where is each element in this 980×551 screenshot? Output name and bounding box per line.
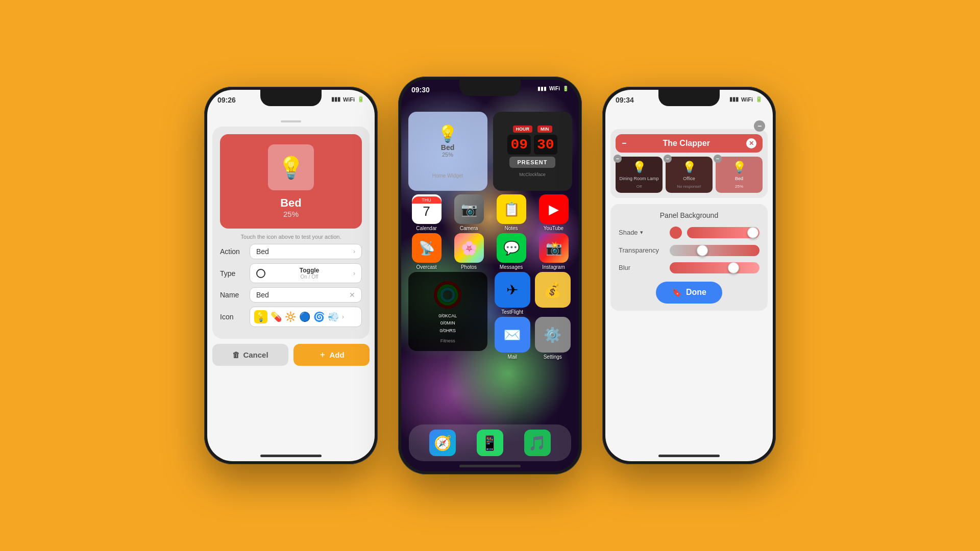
overcast-icon: 📡 [412,233,442,263]
app-youtube[interactable]: ▶ YouTube [534,194,573,231]
calendar-icon: THU 7 [412,194,442,224]
app-notes[interactable]: 📋 Notes [492,194,530,231]
clapper-minus-left-icon[interactable]: − [622,139,626,148]
action-buttons: 🗑 Cancel ＋ Add [212,344,370,366]
home-indicator-2[interactable] [459,465,521,467]
fitness-widget[interactable]: 0/0KCAL 0/0MIN 0/0HRS Fitness [408,272,487,351]
clapper-lights: − 💡 Dining Room Lamp Off − 💡 Office No r… [616,157,763,193]
name-label: Name [220,291,246,299]
status-icons-3: ▮▮▮ WiFi 🔋 [729,96,763,103]
action-row: Action Bed › [220,244,362,259]
light-office[interactable]: − 💡 Office No response! [666,157,713,193]
type-value: Toggle [270,267,349,274]
transparency-slider-thumb[interactable] [697,245,708,256]
time-1: 09:26 [217,96,236,104]
transparency-slider[interactable] [670,245,760,256]
icon-picker[interactable]: 💡 💊 🔆 🔵 🌀 💨 › [250,307,362,327]
clapper-title: The Clapper [626,139,746,148]
kcal-val: 0/0KCAL [438,313,457,318]
present-button[interactable]: PRESENT [509,157,556,168]
name-clear-icon[interactable]: ✕ [349,291,355,299]
app-testflight[interactable]: ✈ TestFlight [493,272,531,315]
home-indicator-3[interactable] [658,455,720,457]
app-photos[interactable]: 🌸 Photos [450,233,488,270]
status-icons-1: ▮▮▮ WiFi 🔋 [331,96,364,103]
app-mail[interactable]: ✉️ Mail [493,317,531,360]
home-indicator-1[interactable] [260,455,322,457]
type-input[interactable]: Toggle On / Off › [250,263,362,283]
bulb-preview-container: 💡 [268,144,314,190]
testflight-label: TestFlight [501,309,523,315]
icon-wind[interactable]: 💨 [328,311,339,322]
app-instagram[interactable]: 📸 Instagram [534,233,573,270]
app-settings[interactable]: ⚙️ Settings [533,317,572,360]
activity-ring [432,280,463,310]
instagram-label: Instagram [542,264,565,270]
mcclockface-widget[interactable]: HOUR MIN 09 30 PRESENT McClockface [493,112,572,191]
photos-label: Photos [461,264,477,270]
icon-bulb-outline[interactable]: 🔆 [285,311,296,322]
time-2: 09:30 [411,86,430,94]
light-bed[interactable]: − 💡 Bed 25% [716,157,763,193]
action-preview[interactable]: 💡 Bed 25% [220,134,362,229]
settings-icon: ⚙️ [535,317,571,353]
youtube-label: YouTube [544,226,564,231]
calendar-label: Calendar [416,226,437,231]
clock-digits: 09 30 [507,135,557,155]
bed-minus-icon[interactable]: − [714,155,722,163]
dock-whatsapp[interactable]: 📱 [477,430,503,456]
bed-status: 25% [735,184,743,189]
bed-name: Bed [735,176,743,182]
shade-slider-thumb[interactable] [747,227,758,238]
transparency-row: Transparency [619,245,760,256]
icon-fan[interactable]: 🌀 [313,311,325,322]
blur-slider-thumb[interactable] [728,262,739,273]
instagram-icon: 📸 [539,233,569,263]
icon-more-icon[interactable]: › [342,313,344,320]
app-money[interactable]: 💰 [533,272,572,315]
done-label: Done [686,288,706,297]
type-sub: On / Off [270,274,349,280]
home-widget[interactable]: 💡 Bed 25% Home Widget [408,112,487,191]
battery-icon-3: 🔋 [755,96,763,103]
app-overcast[interactable]: 📡 Overcast [407,233,446,270]
app-calendar[interactable]: THU 7 Calendar [407,194,446,231]
wifi-icon-3: WiFi [741,96,753,103]
type-row: Type Toggle On / Off › [220,263,362,283]
add-button[interactable]: ＋ Add [293,344,370,366]
drag-handle [281,120,301,122]
dock-safari[interactable]: 🧭 [429,430,456,456]
app-camera[interactable]: 📷 Camera [450,194,488,231]
camera-label: Camera [460,226,478,231]
name-input[interactable]: Bed ✕ [250,287,362,303]
shade-chevron-icon[interactable]: ▾ [640,229,643,236]
wifi-icon-2: WiFi [549,86,560,91]
light-dining-room[interactable]: − 💡 Dining Room Lamp Off [616,157,663,193]
office-minus-icon[interactable]: − [664,155,672,163]
icon-pill[interactable]: 💊 [271,311,282,322]
blur-slider[interactable] [670,262,760,273]
bulb-preview-icon: 💡 [278,155,304,180]
type-chevron-icon: › [353,270,355,277]
icon-bulb-on[interactable]: 💡 [254,310,267,323]
icon-label: Icon [220,313,246,321]
app-row-3: 0/0KCAL 0/0MIN 0/0HRS Fitness ✈ TestFlig… [405,272,575,360]
dining-minus-icon[interactable]: − [614,155,622,163]
clapper-close-button[interactable]: ✕ [746,138,756,148]
cancel-button[interactable]: 🗑 Cancel [212,344,288,366]
shade-color-swatch[interactable] [670,227,682,239]
outer-minus-icon[interactable]: − [754,120,765,132]
transparency-label: Transparency [619,246,665,254]
done-button[interactable]: 🔖 Done [656,282,722,304]
app-messages[interactable]: 💬 Messages [492,233,530,270]
testflight-icon: ✈ [495,272,530,308]
shade-slider[interactable] [687,227,760,238]
hour-label: HOUR [513,126,533,133]
clapper-title-bar: − The Clapper ✕ [616,134,763,153]
icon-bulb-blue[interactable]: 🔵 [299,311,310,322]
messages-label: Messages [500,264,523,270]
shade-label-wrap: Shade ▾ [619,229,665,236]
action-input[interactable]: Bed › [250,244,362,259]
dock-spotify[interactable]: 🎵 [524,430,551,456]
svg-point-2 [442,289,454,301]
